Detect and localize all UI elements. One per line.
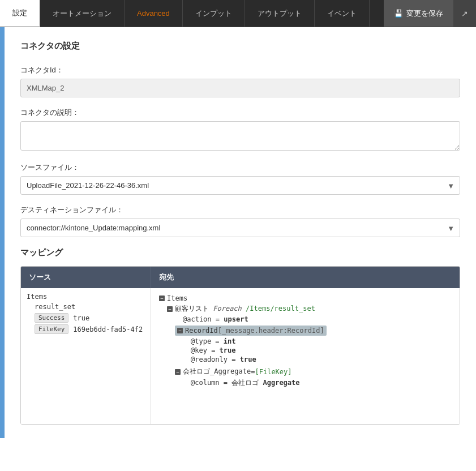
dest-items-row: − Items xyxy=(159,294,452,302)
dest-file-select-wrap: connector://kintone_Update:mapping.xml ▼ xyxy=(20,219,460,237)
tab-advanced[interactable]: Advanced xyxy=(125,0,183,27)
dest-file-label: デスティネーションファイル： xyxy=(20,205,460,215)
accent-bar xyxy=(0,27,5,438)
dest-key-eq: = xyxy=(211,346,219,354)
dest-company-logo-eq: = xyxy=(251,368,255,376)
mapping-table: ソース 宛先 Items result_set Success true xyxy=(20,266,460,425)
external-icon: ↗ xyxy=(461,9,468,18)
dest-readonly-val: true xyxy=(240,356,256,363)
dest-key-row: @key = true xyxy=(191,346,452,354)
source-pane: Items result_set Success true FileKey 16… xyxy=(21,288,151,424)
tab-output[interactable]: アウトプット xyxy=(245,0,315,27)
dest-company-logo-label: 会社ロゴ_Aggregate xyxy=(183,367,251,376)
mapping-header-source: ソース xyxy=(21,267,151,288)
dest-company-logo-minus-icon[interactable]: − xyxy=(175,369,181,375)
dest-type-eq: = xyxy=(215,337,223,345)
source-result-set: result_set xyxy=(35,303,145,311)
dest-key-val: true xyxy=(220,346,236,354)
source-items-label: Items xyxy=(27,293,145,301)
dest-action-eq: = xyxy=(216,315,224,323)
page-title: コネクタの設定 xyxy=(20,41,460,55)
dest-key-attr: @key xyxy=(191,346,207,354)
external-link-button[interactable]: ↗ xyxy=(453,0,476,27)
connector-id-label: コネクタId： xyxy=(20,65,460,75)
dest-column-val: 会社ロゴ Aggregate xyxy=(231,379,299,387)
dest-column-row: @column = 会社ロゴ Aggregate xyxy=(191,378,452,388)
dest-action-attr: @action xyxy=(183,315,212,323)
source-filekey-row: FileKey 169eb6dd-fad5-4f2 xyxy=(35,324,145,334)
source-filekey-chip[interactable]: FileKey xyxy=(35,324,68,334)
dest-readonly-attr: @readonly xyxy=(191,356,228,363)
dest-company-logo-row: − 会社ロゴ_Aggregate = [FileKey] xyxy=(175,367,452,376)
save-button[interactable]: 💾 変更を保存 xyxy=(384,0,453,27)
dest-type-attr: @type xyxy=(191,337,211,345)
connector-id-input[interactable] xyxy=(20,79,460,97)
tab-automation[interactable]: オートメーション xyxy=(40,0,125,27)
dest-file-group: デスティネーションファイル： connector://kintone_Updat… xyxy=(20,205,460,237)
dest-customer-list-label: 顧客リスト Foreach /Items/result_set xyxy=(175,304,315,314)
connector-desc-textarea[interactable] xyxy=(20,121,460,151)
dest-action-row: @action = upsert xyxy=(183,315,452,323)
source-success-row: Success true xyxy=(35,313,145,323)
dest-company-logo-val: [FileKey] xyxy=(255,368,291,376)
dest-recordid-minus-icon[interactable]: − xyxy=(177,328,183,333)
connector-desc-label: コネクタの説明： xyxy=(20,108,460,118)
dest-action-val: upsert xyxy=(224,315,248,323)
source-success-value: true xyxy=(73,314,89,322)
dest-pane: − Items − 顧客リスト Foreach /Items/result_se… xyxy=(151,288,460,424)
dest-type-row: @type = int xyxy=(191,337,452,345)
mapping-title: マッピング xyxy=(20,247,460,258)
dest-column-attr: @column xyxy=(191,379,220,387)
mapping-header: ソース 宛先 xyxy=(21,267,460,288)
dest-items-label: Items xyxy=(167,294,187,302)
foreach-keyword: Foreach xyxy=(213,305,246,312)
dest-items-minus-icon[interactable]: − xyxy=(159,296,165,301)
dest-readonly-eq: = xyxy=(231,356,239,363)
source-filekey-value: 169eb6dd-fad5-4f2 xyxy=(73,326,143,333)
source-file-select[interactable]: UploadFile_2021-12-26-22-46-36.xml xyxy=(20,176,460,195)
mapping-header-dest: 宛先 xyxy=(151,267,460,288)
dest-type-val: int xyxy=(224,337,236,345)
connector-desc-group: コネクタの説明： xyxy=(20,108,460,152)
source-success-chip[interactable]: Success xyxy=(35,313,68,323)
dest-recordid-label: RecordId xyxy=(185,327,218,335)
mapping-body: Items result_set Success true FileKey 16… xyxy=(21,288,460,424)
dest-file-select[interactable]: connector://kintone_Update:mapping.xml xyxy=(20,219,460,237)
tab-input[interactable]: インプット xyxy=(183,0,245,27)
save-icon: 💾 xyxy=(394,9,403,18)
dest-customer-list-row: − 顧客リスト Foreach /Items/result_set xyxy=(167,304,452,314)
foreach-path: /Items/result_set xyxy=(246,305,315,312)
source-file-select-wrap: UploadFile_2021-12-26-22-46-36.xml ▼ xyxy=(20,176,460,195)
dest-recordid-path: [_message.header:RecordId] xyxy=(218,327,324,335)
dest-readonly-row: @readonly = true xyxy=(191,356,452,363)
dest-recordid-highlight: − RecordId [_message.header:RecordId] xyxy=(175,326,327,336)
dest-recordid-row[interactable]: − RecordId [_message.header:RecordId] xyxy=(175,326,452,336)
source-file-group: ソースファイル： UploadFile_2021-12-26-22-46-36.… xyxy=(20,162,460,195)
tab-event[interactable]: イベント xyxy=(315,0,370,27)
tab-spacer xyxy=(370,0,384,27)
tab-bar: 設定 オートメーション Advanced インプット アウトプット イベント 💾… xyxy=(0,0,476,27)
source-file-label: ソースファイル： xyxy=(20,162,460,173)
dest-column-eq: = xyxy=(224,379,231,387)
connector-id-group: コネクタId： xyxy=(20,65,460,97)
tab-settings[interactable]: 設定 xyxy=(0,0,40,27)
dest-customer-list-minus-icon[interactable]: − xyxy=(167,306,173,312)
